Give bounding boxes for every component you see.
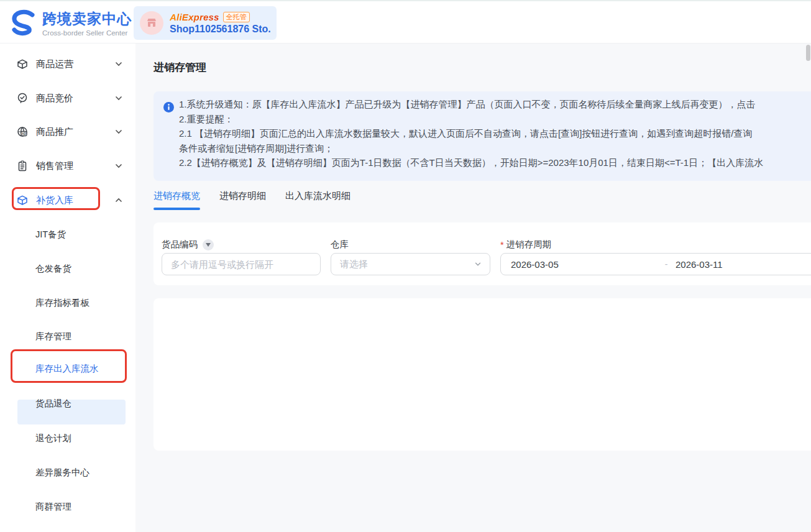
package-icon	[16, 194, 29, 206]
fully-managed-badge: 全托管	[223, 12, 250, 22]
notice-line: 2.2【进销存概览】及【进销存明细】页面为T-1日数据（不含T日当天数据），开始…	[179, 155, 763, 170]
sidebar-subitem-goods-return[interactable]: 货品退仓	[0, 391, 131, 416]
sidebar-subitem-label: 差异服务中心	[35, 467, 89, 479]
sidebar-subitem-label: 库存出入库流水	[35, 363, 99, 375]
clipboard-icon	[16, 160, 29, 172]
sidebar-subitem-inventory-flow[interactable]: 库存出入库流水	[0, 356, 131, 381]
end-date-value[interactable]: 2026-03-11	[676, 259, 723, 270]
chevron-down-icon	[114, 93, 124, 103]
sidebar-subitem-label: 商群管理	[35, 501, 71, 513]
sidebar-item-product-promotion[interactable]: AD 商品推广	[0, 119, 131, 144]
warehouse-select[interactable]: 请选择	[331, 253, 490, 275]
seller-center-logo-icon	[9, 8, 39, 38]
info-icon	[163, 102, 174, 112]
sidebar-item-product-operations[interactable]: 商品运营	[0, 52, 131, 76]
notice-line: 2.1 【进销存明细】页面汇总的出入库流水数据量较大，默认进入页面后不自动查询，…	[179, 126, 763, 141]
sidebar-item-label: 补货入库	[36, 195, 73, 206]
shop-name: Shop1102561876 Sto...	[170, 24, 270, 35]
shop-selector[interactable]: AliExpress 全托管 Shop1102561876 Sto...	[134, 6, 277, 40]
sidebar-item-label: 商品竞价	[36, 93, 73, 104]
sidebar-subitem-merchant-group-management[interactable]: 商群管理	[0, 494, 131, 519]
sidebar-subitem-jit-stocking[interactable]: JIT备货	[0, 222, 131, 247]
main-scrollbar-thumb[interactable]	[806, 45, 810, 61]
aliexpress-logo: AliExpress	[170, 12, 219, 22]
sidebar-item-replenishment-inbound[interactable]: 补货入库	[0, 188, 131, 213]
date-range-separator: -	[657, 259, 676, 269]
notice-line: 1.系统升级通知：原【库存出入库流水】产品已升级为【进销存管理】产品（页面入口不…	[179, 97, 763, 112]
tab-bar: 进销存概览 进销存明细 出入库流水明细	[153, 190, 370, 210]
tab-inventory-overview[interactable]: 进销存概览	[153, 190, 200, 210]
triangle-down-icon	[206, 243, 211, 247]
logo-subtitle: Cross-border Seller Center	[42, 29, 132, 37]
logo: 跨境卖家中心 Cross-border Seller Center	[9, 8, 132, 38]
sidebar-subitem-inventory-dashboard[interactable]: 库存指标看板	[0, 290, 131, 315]
date-range-picker[interactable]: 2026-03-05 - 2026-03-11	[500, 253, 811, 275]
globe-ad-icon: AD	[16, 126, 29, 138]
chevron-up-icon	[114, 195, 124, 205]
notice-text: 1.系统升级通知：原【库存出入库流水】产品已升级为【进销存管理】产品（页面入口不…	[179, 97, 763, 170]
page: 跨境卖家中心 Cross-border Seller Center AliExp…	[0, 0, 811, 532]
tab-inventory-detail[interactable]: 进销存明细	[219, 190, 266, 210]
sidebar-subitem-label: 退仓计划	[35, 433, 71, 444]
sidebar-item-sales-management[interactable]: 销售管理	[0, 154, 131, 178]
filter-panel: 货品编码 仓库 请选择 * 进销存周期 2026-03-05 - 2026-03…	[153, 222, 811, 285]
sidebar-item-label: 商品推广	[36, 126, 73, 138]
sidebar-item-product-bidding[interactable]: 商品竞价	[0, 86, 131, 111]
sidebar: 商品运营 商品竞价 AD 商品推广	[0, 44, 135, 532]
page-title: 进销存管理	[153, 60, 206, 75]
sidebar-item-label: 商品运营	[36, 58, 73, 70]
required-asterisk: *	[500, 240, 504, 250]
logo-title: 跨境卖家中心	[42, 9, 132, 29]
sidebar-subitem-warehouse-stocking[interactable]: 仓发备货	[0, 256, 131, 281]
notice-banner: 1.系统升级通知：原【库存出入库流水】产品已升级为【进销存管理】产品（页面入口不…	[153, 91, 811, 181]
notice-line: 2.重要提醒：	[179, 112, 763, 127]
warehouse-label-text: 仓库	[331, 239, 349, 250]
chevron-down-icon	[114, 161, 124, 171]
tab-inbound-outbound-flow-detail[interactable]: 出入库流水明细	[285, 190, 351, 210]
sidebar-subitem-label: JIT备货	[35, 229, 66, 241]
sidebar-subitem-discrepancy-service-center[interactable]: 差异服务中心	[0, 460, 131, 485]
shop-avatar-icon	[140, 11, 163, 35]
chevron-down-icon	[114, 127, 124, 137]
start-date-value[interactable]: 2026-03-05	[511, 259, 657, 270]
warehouse-label: 仓库	[331, 239, 349, 250]
sidebar-subitem-label: 库存管理	[35, 331, 71, 342]
sku-code-label: 货品编码	[162, 239, 214, 250]
inventory-period-label-text: 进销存周期	[506, 239, 552, 250]
app-header: 跨境卖家中心 Cross-border Seller Center AliExp…	[0, 0, 811, 44]
sku-code-input[interactable]	[162, 253, 321, 275]
warehouse-select-placeholder: 请选择	[340, 259, 474, 270]
sidebar-subitem-return-plan[interactable]: 退仓计划	[0, 426, 131, 451]
sidebar-subitem-label: 仓发备货	[35, 263, 71, 275]
circle-check-icon	[16, 92, 29, 104]
sidebar-subitem-label: 货品退仓	[35, 398, 71, 410]
notice-line: 条件或者缩短[进销存周期]进行查询；	[179, 141, 763, 156]
chevron-down-icon	[474, 260, 482, 268]
sidebar-item-label: 销售管理	[36, 160, 73, 172]
inventory-period-label: * 进销存周期	[500, 239, 551, 250]
sku-filter-dropdown-toggle[interactable]	[203, 239, 214, 250]
results-panel: 暂无数据	[153, 298, 811, 451]
sku-code-label-text: 货品编码	[162, 239, 198, 250]
chevron-down-icon	[114, 59, 124, 69]
sidebar-subitem-label: 库存指标看板	[35, 297, 89, 309]
package-icon	[16, 58, 29, 70]
svg-text:AD: AD	[22, 132, 27, 135]
sidebar-subitem-inventory-management[interactable]: 库存管理	[0, 324, 131, 349]
